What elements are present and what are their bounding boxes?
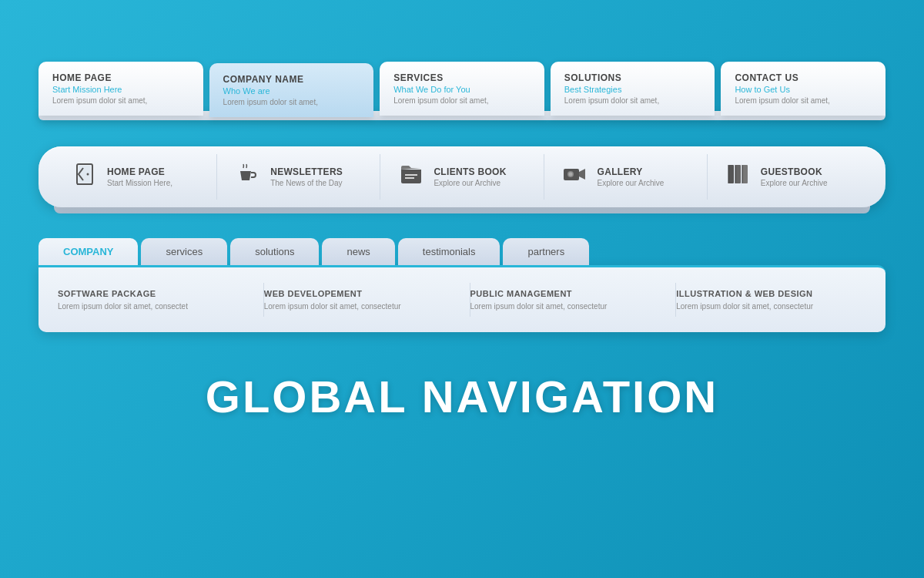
nav1-title-services: SERVICES [393, 72, 531, 83]
coffee-icon [234, 162, 261, 192]
nav1-desc-contact: Lorem ipsum dolor sit amet, [735, 96, 872, 105]
nav1-subtitle-services: What We Do for You [393, 85, 531, 94]
nav2-title-clients: CLIENTS BOOK [434, 166, 506, 177]
camera-icon [561, 162, 588, 192]
nav1-desc-services: Lorem ipsum dolor sit amet, [393, 96, 531, 105]
nav1-title-contact: CONTACT US [735, 72, 872, 83]
nav3-sections: SOFTWARE PACKAGE Lorem ipsum dolor sit a… [58, 283, 866, 317]
nav2-title-newsletters: NEWSLETTERS [270, 166, 343, 177]
nav2-shelf: HOME PAGE Start Mission Here, NEWSLETTER… [38, 146, 886, 207]
nav3-tab-company[interactable]: COMPANY [38, 238, 138, 265]
nav3-body: SOFTWARE PACKAGE Lorem ipsum dolor sit a… [38, 265, 886, 332]
nav2-item-clients[interactable]: CLIENTS BOOK Explore our Archive [380, 154, 544, 200]
nav2-sub-clients: Explore our Archive [434, 179, 506, 187]
nav3-section-web: WEB DEVELOPEMENT Lorem ipsum dolor sit a… [264, 283, 470, 317]
svg-point-3 [86, 173, 89, 176]
nav2-sub-home: Start Mission Here, [107, 179, 172, 187]
nav1-subtitle-solutions: Best Strategies [564, 85, 701, 94]
nav3-tabs: COMPANYservicessolutionsnewstestimonials… [38, 238, 886, 265]
nav3-section-desc-public: Lorem ipsum dolor sit amet, consectetur [470, 302, 661, 311]
nav1-subtitle-contact: How to Get Us [735, 85, 872, 94]
nav3-section-title-illustration: ILLUSTRATION & WEB DESIGN [676, 289, 866, 298]
nav2-title-gallery: GALLERY [598, 166, 665, 177]
nav1-items-row: HOME PAGE Start Mission Here Lorem ipsum… [38, 62, 886, 116]
nav1-item-services[interactable]: SERVICES What We Do for You Lorem ipsum … [380, 62, 544, 116]
navbar-1: HOME PAGE Start Mission Here Lorem ipsum… [38, 62, 886, 116]
nav3-section-title-web: WEB DEVELOPEMENT [264, 289, 454, 298]
nav3-tab-services[interactable]: services [141, 238, 227, 265]
navbar-3: COMPANYservicessolutionsnewstestimonials… [38, 238, 886, 332]
nav2-item-newsletters[interactable]: NEWSLETTERS The News of the Day [217, 154, 380, 200]
folder-icon [397, 162, 424, 192]
nav2-sub-newsletters: The News of the Day [270, 179, 343, 187]
nav3-section-title-software: SOFTWARE PACKAGE [58, 289, 248, 298]
nav3-section-desc-software: Lorem ipsum dolor sit amet, consectet [58, 302, 248, 311]
nav3-section-public: PUBLIC MANAGEMENT Lorem ipsum dolor sit … [470, 283, 677, 317]
nav1-title-solutions: SOLUTIONS [564, 72, 701, 83]
nav2-item-gallery[interactable]: GALLERY Explore our Archive [544, 154, 708, 200]
nav3-section-desc-illustration: Lorem ipsum dolor sit amet, consectetur [676, 302, 866, 311]
nav3-section-title-public: PUBLIC MANAGEMENT [470, 289, 661, 298]
nav2-item-guestbook[interactable]: GUESTBOOK Explore our Archive [708, 154, 870, 200]
svg-rect-11 [735, 165, 741, 183]
nav1-item-home[interactable]: HOME PAGE Start Mission Here Lorem ipsum… [38, 62, 203, 116]
nav1-subtitle-company: Who We are [223, 86, 360, 96]
nav3-tab-partners[interactable]: partners [503, 238, 589, 265]
nav3-section-illustration: ILLUSTRATION & WEB DESIGN Lorem ipsum do… [676, 283, 866, 317]
nav2-title-guestbook: GUESTBOOK [761, 166, 828, 177]
nav2-item-home[interactable]: HOME PAGE Start Mission Here, [54, 154, 217, 200]
nav1-item-company[interactable]: COMPANY NAME Who We are Lorem ipsum dolo… [209, 63, 374, 117]
svg-marker-7 [579, 169, 585, 180]
nav2-sub-gallery: Explore our Archive [598, 179, 665, 187]
nav2-title-home: HOME PAGE [107, 166, 172, 177]
nav1-title-home: HOME PAGE [52, 72, 189, 83]
nav3-section-software: SOFTWARE PACKAGE Lorem ipsum dolor sit a… [58, 283, 264, 317]
door-icon [71, 162, 98, 192]
nav1-desc-company: Lorem ipsum dolor sit amet, [223, 98, 360, 106]
nav3-section-desc-web: Lorem ipsum dolor sit amet, consectetur [264, 302, 454, 311]
nav1-item-contact[interactable]: CONTACT US How to Get Us Lorem ipsum dol… [721, 62, 886, 116]
book-icon [725, 162, 752, 192]
svg-rect-12 [742, 165, 748, 183]
nav1-title-company: COMPANY NAME [223, 74, 360, 85]
nav2-sub-guestbook: Explore our Archive [761, 179, 828, 187]
nav3-tab-news[interactable]: news [322, 238, 394, 265]
svg-rect-1 [79, 166, 91, 183]
nav1-item-solutions[interactable]: SOLUTIONS Best Strategies Lorem ipsum do… [551, 62, 715, 116]
page-title: GLOBAL NAVIGATION [206, 371, 718, 422]
nav1-desc-home: Lorem ipsum dolor sit amet, [52, 96, 189, 105]
nav1-desc-solutions: Lorem ipsum dolor sit amet, [564, 96, 701, 105]
nav1-subtitle-home: Start Mission Here [52, 85, 189, 94]
navbar-2: HOME PAGE Start Mission Here, NEWSLETTER… [38, 146, 886, 207]
nav3-tab-testimonials[interactable]: testimonials [398, 238, 500, 265]
svg-rect-10 [728, 165, 734, 183]
nav3-tab-solutions[interactable]: solutions [230, 238, 319, 265]
svg-point-9 [569, 173, 573, 176]
